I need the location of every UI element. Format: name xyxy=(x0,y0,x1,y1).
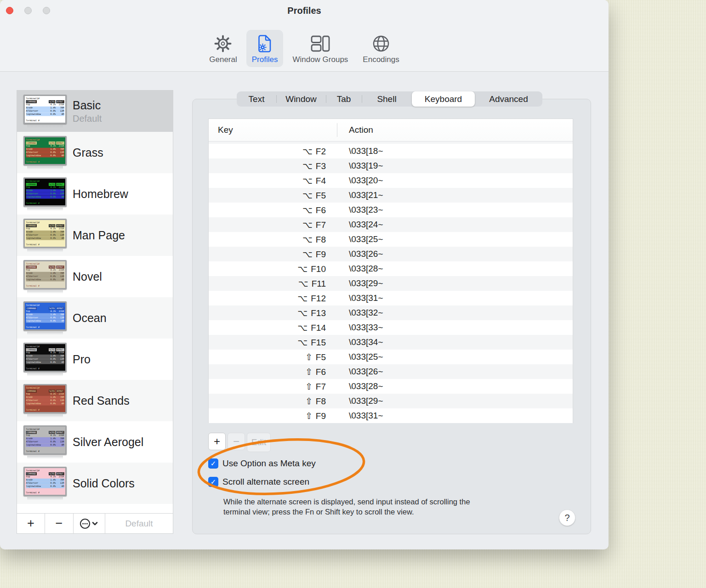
tab-window[interactable]: Window xyxy=(276,91,326,107)
table-row[interactable]: ⌥F12\033[31~ xyxy=(209,291,573,305)
action-cell: \033[25~ xyxy=(337,352,383,362)
use-option-as-meta-checkbox-row[interactable]: ✓ Use Option as Meta key xyxy=(208,458,316,469)
action-cell: \033[26~ xyxy=(337,249,383,259)
action-cell: \033[31~ xyxy=(337,411,383,421)
table-row[interactable]: ⇧F5\033[25~ xyxy=(209,350,573,364)
table-row[interactable]: ⇧F8\033[29~ xyxy=(209,394,573,408)
action-cell: \033[29~ xyxy=(337,278,383,288)
action-cell: \033[32~ xyxy=(337,308,383,318)
key-cell: ⇧F5 xyxy=(209,352,337,362)
window-content: Terminal1#COMMAND%CPURPRVTtop4.1%231KXco… xyxy=(0,72,609,549)
profile-name: Red Sands xyxy=(73,394,130,407)
toolbar-item-encodings[interactable]: Encodings xyxy=(357,30,404,67)
checkbox-checked-icon[interactable]: ✓ xyxy=(208,477,218,487)
tab-advanced[interactable]: Advanced xyxy=(475,91,542,107)
profile-list-item[interactable]: Terminal1#COMMAND%CPURPRVTtop4.1%231KXco… xyxy=(17,339,173,380)
key-cell: ⌥F4 xyxy=(209,175,337,186)
shift-key-icon: ⇧ xyxy=(305,411,313,421)
table-row[interactable]: ⌥F14\033[33~ xyxy=(209,320,573,335)
action-cell: \033[21~ xyxy=(337,190,383,200)
table-row[interactable]: ⌥F6\033[23~ xyxy=(209,203,573,217)
table-row[interactable]: ⌥F11\033[29~ xyxy=(209,276,573,291)
tab-text[interactable]: Text xyxy=(237,91,276,107)
add-shortcut-button[interactable]: + xyxy=(208,433,226,450)
profile-list-item[interactable]: Terminal1#COMMAND%CPURPRVTtop4.1%231KXco… xyxy=(17,421,173,463)
column-divider xyxy=(337,123,337,137)
profile-list-item[interactable]: Terminal1#COMMAND%CPURPRVTtop4.1%231KXco… xyxy=(17,215,173,256)
shift-key-icon: ⇧ xyxy=(305,396,313,406)
profile-name: Homebrew xyxy=(73,187,128,201)
tab-keyboard[interactable]: Keyboard xyxy=(412,91,475,107)
key-cell: ⇧F8 xyxy=(209,396,337,407)
table-row[interactable]: ⌥F8\033[25~ xyxy=(209,232,573,247)
table-header: Key Action xyxy=(209,119,573,141)
action-cell: \033[19~ xyxy=(337,161,383,171)
profile-list-item[interactable]: Terminal1#COMMAND%CPURPRVTtop4.1%231KXco… xyxy=(17,132,173,173)
edit-shortcut-button: Edit xyxy=(247,433,271,452)
table-row[interactable]: ⌥F5\033[21~ xyxy=(209,188,573,203)
window-groups-icon xyxy=(310,34,331,54)
toolbar-item-window-groups[interactable]: Window Groups xyxy=(287,30,353,67)
option-key-icon: ⌥ xyxy=(302,249,313,259)
profile-list-item[interactable]: Terminal1#COMMAND%CPURPRVTtop4.1%231KXco… xyxy=(17,463,173,504)
tab-tab[interactable]: Tab xyxy=(326,91,362,107)
key-cell: ⌥F10 xyxy=(209,264,337,274)
help-button[interactable]: ? xyxy=(559,509,575,526)
table-row[interactable]: ⌥F7\033[24~ xyxy=(209,217,573,232)
profile-name: Solid Colors xyxy=(73,477,135,490)
action-cell: \033[24~ xyxy=(337,220,383,230)
toolbar-item-general[interactable]: General xyxy=(204,30,242,67)
toolbar-items: GeneralProfilesWindow GroupsEncodings xyxy=(0,30,609,67)
add-profile-button[interactable]: + xyxy=(17,514,45,533)
profile-list-item[interactable]: Terminal1#COMMAND%CPURPRVTtop4.1%231KXco… xyxy=(17,90,173,132)
shift-key-icon: ⇧ xyxy=(305,367,313,377)
profile-list-item[interactable]: Terminal1#COMMAND%CPURPRVTtop4.1%231KXco… xyxy=(17,380,173,421)
table-row[interactable]: ⌥F10\033[28~ xyxy=(209,261,573,276)
table-row[interactable]: ⌥F2\033[18~ xyxy=(209,144,573,158)
checkbox-checked-icon[interactable]: ✓ xyxy=(208,458,218,469)
profile-settings-tabs: TextWindowTabShellKeyboardAdvanced xyxy=(237,91,542,107)
profile-list-panel: Terminal1#COMMAND%CPURPRVTtop4.1%231KXco… xyxy=(17,90,173,534)
key-cell: ⌥F14 xyxy=(209,322,337,333)
alternate-screen-help-text: While the alternate screen is displayed,… xyxy=(223,497,532,517)
option-key-icon: ⌥ xyxy=(302,190,313,200)
profile-name: Ocean xyxy=(73,311,107,325)
profile-list-item[interactable]: Terminal1#COMMAND%CPURPRVTtop4.1%231KXco… xyxy=(17,256,173,297)
profile-actions-button[interactable] xyxy=(74,514,105,533)
table-row[interactable]: ⌥F4\033[20~ xyxy=(209,173,573,188)
profile-list-item[interactable]: Terminal1#COMMAND%CPURPRVTtop4.1%231KXco… xyxy=(17,297,173,339)
profile-thumbnail: Terminal1#COMMAND%CPURPRVTtop4.1%231KXco… xyxy=(23,260,67,294)
profile-thumbnail: Terminal1#COMMAND%CPURPRVTtop4.1%231KXco… xyxy=(23,301,67,335)
profile-thumbnail: Terminal1#COMMAND%CPURPRVTtop4.1%231KXco… xyxy=(23,467,67,500)
profile-thumbnail: Terminal1#COMMAND%CPURPRVTtop4.1%231KXco… xyxy=(23,136,67,170)
option-key-icon: ⌥ xyxy=(302,220,313,230)
action-cell: \033[28~ xyxy=(337,264,383,274)
profile-name: Man Page xyxy=(73,229,125,242)
profile-list: Terminal1#COMMAND%CPURPRVTtop4.1%231KXco… xyxy=(17,90,173,513)
table-body: ⌥F2\033[18~⌥F3\033[19~⌥F4\033[20~⌥F5\033… xyxy=(209,141,573,423)
tab-shell[interactable]: Shell xyxy=(362,91,412,107)
key-cell: ⌥F3 xyxy=(209,161,337,171)
table-row[interactable]: ⇧F9\033[31~ xyxy=(209,408,573,423)
toolbar-item-profiles[interactable]: Profiles xyxy=(246,30,284,67)
key-cell: ⌥F12 xyxy=(209,293,337,304)
table-row[interactable]: ⌥F3\033[19~ xyxy=(209,158,573,173)
profile-thumbnail: Terminal1#COMMAND%CPURPRVTtop4.1%231KXco… xyxy=(23,95,67,128)
option-key-icon: ⌥ xyxy=(297,293,307,303)
key-cell: ⇧F7 xyxy=(209,381,337,392)
profile-list-item[interactable]: Terminal1#COMMAND%CPURPRVTtop4.1%231KXco… xyxy=(17,173,173,215)
action-cell: \033[31~ xyxy=(337,293,383,303)
profile-default-badge: Default xyxy=(73,113,102,124)
remove-profile-button[interactable]: − xyxy=(45,514,74,533)
table-row[interactable]: ⌥F9\033[26~ xyxy=(209,247,573,261)
shift-key-icon: ⇧ xyxy=(305,352,313,362)
table-row[interactable]: ⇧F7\033[28~ xyxy=(209,379,573,394)
action-cell: \033[26~ xyxy=(337,367,383,377)
table-row[interactable]: ⌥F13\033[32~ xyxy=(209,305,573,320)
key-cell: ⌥F5 xyxy=(209,190,337,201)
table-row[interactable]: ⌥F15\033[34~ xyxy=(209,335,573,350)
profile-thumbnail: Terminal1#COMMAND%CPURPRVTtop4.1%231KXco… xyxy=(23,219,67,252)
scroll-alternate-screen-checkbox-row[interactable]: ✓ Scroll alternate screen xyxy=(208,477,309,487)
table-row[interactable]: ⇧F6\033[26~ xyxy=(209,364,573,379)
action-cell: \033[34~ xyxy=(337,337,383,347)
